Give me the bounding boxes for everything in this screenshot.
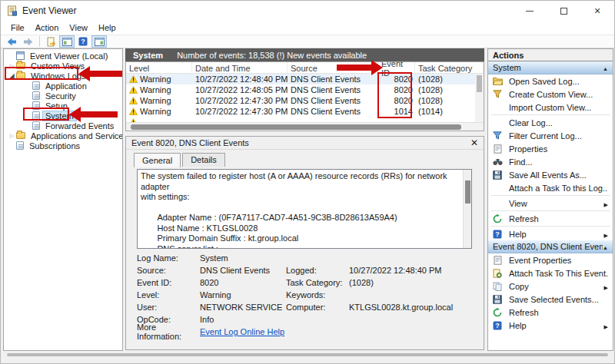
- action-clear-log[interactable]: Clear Log...: [488, 116, 613, 129]
- table-row[interactable]: Warning 10/27/2022 12:48:40 PM DNS Clien…: [126, 74, 484, 84]
- event-description-box: The system failed to register host (A or…: [137, 169, 472, 249]
- back-icon[interactable]: [4, 35, 19, 48]
- horizontal-scrollbar[interactable]: [126, 122, 484, 131]
- expander-icon[interactable]: [8, 133, 16, 139]
- action-view[interactable]: View: [488, 197, 613, 210]
- attach-task-icon: [492, 268, 503, 278]
- action-open-saved-log[interactable]: Open Saved Log...: [488, 74, 613, 88]
- tab-details[interactable]: Details: [182, 153, 225, 167]
- action-pane-icon[interactable]: [91, 35, 107, 48]
- actions-section-system[interactable]: System: [488, 61, 613, 74]
- open-saved-log-icon: [492, 76, 503, 86]
- tree-item-application[interactable]: Application: [4, 81, 122, 91]
- column-date-time[interactable]: Date and Time: [192, 62, 288, 74]
- action-attach-task-to-log[interactable]: Attach a Task To this Log...: [488, 181, 613, 194]
- action-refresh[interactable]: Refresh: [488, 212, 613, 225]
- action-import-custom-view[interactable]: Import Custom View...: [488, 101, 613, 114]
- tree-item-root[interactable]: Event Viewer (Local): [4, 51, 122, 61]
- event-viewer-window: Event Viewer × File Action View Help ?: [0, 0, 615, 364]
- forward-icon[interactable]: [20, 35, 35, 48]
- no-icon: [492, 102, 503, 112]
- table-row[interactable]: Warning 10/27/2022 12:48:05 PM DNS Clien…: [126, 84, 484, 95]
- divider: [491, 210, 610, 211]
- warning-icon: [129, 97, 138, 104]
- menu-help[interactable]: Help: [93, 22, 121, 34]
- action-find[interactable]: Find...: [488, 155, 613, 168]
- action-event-properties[interactable]: Event Properties: [488, 253, 613, 266]
- action-save-selected-events[interactable]: Save Selected Events...: [488, 293, 613, 306]
- refresh-icon: [492, 307, 503, 317]
- app-icon: [7, 5, 18, 16]
- column-task-category[interactable]: Task Category: [415, 62, 484, 74]
- tree-item-subscriptions[interactable]: Subscriptions: [4, 141, 122, 151]
- log-icon: [32, 91, 40, 100]
- svg-text:?: ?: [495, 230, 500, 238]
- console-tree: Event Viewer (Local) Custom Views Window…: [3, 48, 123, 351]
- level-label: Level:: [137, 290, 200, 299]
- action-refresh-event[interactable]: Refresh: [488, 306, 613, 319]
- subscriptions-icon: [16, 141, 24, 150]
- close-icon[interactable]: ✕: [470, 137, 478, 148]
- no-icon: [492, 117, 503, 127]
- action-help[interactable]: ? Help: [488, 227, 613, 240]
- event-fields: Log Name: System Source: DNS Client Even…: [137, 252, 472, 338]
- user-value: NETWORK SERVICE: [200, 303, 286, 312]
- close-button[interactable]: ×: [580, 1, 614, 21]
- action-create-custom-view[interactable]: Create Custom View...: [488, 88, 613, 101]
- window-title: Event Viewer: [22, 5, 76, 16]
- submenu-arrow-icon: [604, 282, 608, 291]
- table-row[interactable]: Warning 10/27/2022 12:47:30 PM DNS Clien…: [126, 95, 484, 106]
- menu-view[interactable]: View: [64, 22, 93, 34]
- create-custom-view-icon: [492, 89, 503, 99]
- log-icon: [32, 121, 40, 130]
- svg-text:?: ?: [495, 322, 500, 329]
- menu-action[interactable]: Action: [30, 22, 65, 34]
- computer-value: KTLGSL0028.kt.group.local: [349, 303, 472, 312]
- event-rows: Warning 10/27/2022 12:48:40 PM DNS Clien…: [126, 74, 484, 123]
- properties-icon: [492, 144, 503, 154]
- help-icon[interactable]: ?: [75, 35, 91, 48]
- action-save-all-events-as[interactable]: Save All Events As...: [488, 168, 613, 181]
- help-icon: ?: [492, 320, 503, 330]
- vertical-scrollbar[interactable]: [475, 74, 484, 123]
- console-tree-icon[interactable]: [59, 35, 75, 48]
- table-row[interactable]: Warning 10/27/2022 12:47:30 PM DNS Clien…: [126, 106, 484, 117]
- save-icon: [492, 294, 503, 304]
- action-filter-current-log[interactable]: Filter Current Log...: [488, 129, 613, 142]
- export-icon[interactable]: [43, 35, 58, 48]
- warning-icon: [129, 86, 138, 94]
- menu-file[interactable]: File: [5, 22, 30, 34]
- event-description: The system failed to register host (A or…: [138, 170, 471, 249]
- annotation-box-event-ids: [377, 72, 412, 118]
- computer-label: Computer:: [286, 303, 349, 312]
- no-icon: [492, 183, 503, 193]
- tree-item-apps-services-logs[interactable]: Applications and Services Logs: [4, 131, 122, 141]
- annotation-box-windows-logs: [5, 67, 78, 80]
- description-scrollbar[interactable]: [463, 170, 471, 248]
- tab-general[interactable]: General: [134, 153, 181, 167]
- keywords-label: Keywords:: [286, 290, 349, 299]
- minimize-button[interactable]: [513, 1, 547, 21]
- save-icon: [492, 170, 503, 180]
- collapse-icon[interactable]: [603, 242, 608, 251]
- action-attach-task-to-event[interactable]: Attach Task To This Event...: [488, 266, 613, 280]
- maximize-button[interactable]: [547, 1, 580, 21]
- refresh-icon: [492, 213, 503, 223]
- source-label: Source:: [137, 266, 200, 275]
- filter-icon: [492, 131, 503, 141]
- event-list-header: Level Date and Time Source Event ID Task…: [126, 62, 484, 74]
- source-value: DNS Client Events: [200, 266, 286, 275]
- level-value: Warning: [200, 290, 286, 299]
- column-level[interactable]: Level: [126, 62, 192, 74]
- log-name-label: Log Name:: [137, 253, 200, 263]
- action-help-event[interactable]: ? Help: [488, 319, 613, 332]
- tree-item-security[interactable]: Security: [4, 91, 122, 101]
- action-properties[interactable]: Properties: [488, 142, 613, 155]
- action-copy[interactable]: Copy: [488, 280, 613, 293]
- event-list: Level Date and Time Source Event ID Task…: [125, 61, 484, 131]
- svg-text:?: ?: [81, 38, 85, 45]
- actions-pane: Actions System Open Saved Log... Create …: [487, 48, 613, 351]
- actions-section-event[interactable]: Event 8020, DNS Client Events: [488, 240, 613, 253]
- event-log-online-help-link[interactable]: Event Log Online Help: [200, 327, 286, 336]
- collapse-icon[interactable]: [603, 63, 608, 72]
